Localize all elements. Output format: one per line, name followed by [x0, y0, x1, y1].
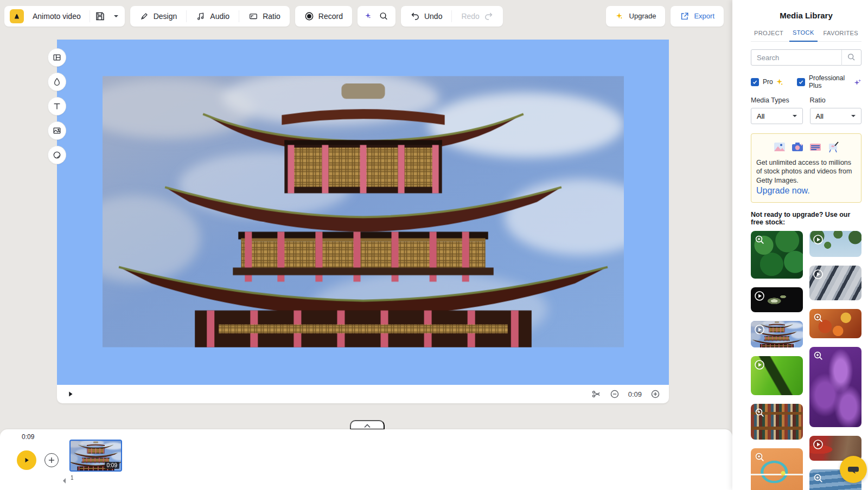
play-icon [23, 456, 30, 464]
stock-grid-column-left [751, 231, 803, 490]
photo-illustration-icon [773, 141, 786, 153]
image-icon [52, 126, 62, 136]
upsell-illustrations [756, 141, 856, 153]
media-types-value: All [757, 112, 764, 120]
play-icon [754, 359, 765, 370]
add-block-button[interactable] [44, 453, 59, 467]
tab-project[interactable]: PROJECT [751, 29, 787, 41]
ratio-dropdown[interactable]: All [810, 108, 862, 124]
save-options-dropdown[interactable] [110, 6, 125, 27]
export-group: Export [671, 6, 724, 27]
stock-thumb-autumn[interactable] [809, 309, 861, 338]
redo-button[interactable]: Redo [452, 6, 502, 27]
pro-sparkle-icon [776, 78, 784, 86]
animoto-logo-icon[interactable] [10, 9, 24, 23]
music-note-icon [196, 11, 206, 21]
text-tool-button[interactable] [48, 97, 66, 115]
play-icon [754, 324, 765, 335]
plus-icon [48, 457, 55, 463]
play-button[interactable] [66, 385, 75, 403]
scissors-icon [591, 389, 601, 399]
upgrade-now-link[interactable]: Upgrade now. [756, 186, 810, 196]
playback-controls: 0:09 [591, 389, 660, 399]
stock-thumb-jellyfish[interactable] [809, 347, 861, 427]
stock-thumb-tennis[interactable] [751, 448, 803, 490]
scroll-left-icon[interactable] [60, 478, 66, 483]
export-button[interactable]: Export [671, 6, 724, 27]
ratio-button[interactable]: Ratio [239, 6, 290, 27]
tab-stock[interactable]: STOCK [789, 29, 818, 42]
audio-label: Audio [210, 12, 229, 21]
project-group: Animoto video [4, 6, 125, 27]
tab-favorites[interactable]: FAVORITES [820, 29, 861, 41]
undo-icon [410, 11, 420, 21]
media-types-dropdown[interactable]: All [751, 108, 803, 124]
undo-button[interactable]: Undo [401, 6, 451, 27]
play-icon [813, 234, 824, 245]
pro-checkbox[interactable] [751, 78, 759, 86]
media-library-title: Media Library [751, 0, 861, 20]
timeline-total-duration: 0:09 [22, 433, 34, 441]
redo-icon [484, 11, 494, 21]
search-icon[interactable] [841, 50, 861, 66]
media-library-tabs: PROJECT STOCK FAVORITES [751, 29, 861, 42]
upsell-text: Get unlimited access to millions of stoc… [756, 158, 856, 185]
record-button[interactable]: Record [295, 6, 352, 27]
stock-thumb-pagoda[interactable] [751, 321, 803, 347]
stock-thumb-flower-dark[interactable] [751, 287, 803, 312]
sticker-icon [52, 150, 62, 160]
trim-button[interactable] [591, 389, 601, 399]
audio-button[interactable]: Audio [187, 6, 239, 27]
ratio-filter-label: Ratio [810, 96, 862, 104]
layout-tool-button[interactable] [48, 48, 66, 67]
license-filters: Pro Professional Plus [751, 74, 861, 89]
design-button[interactable]: Design [130, 6, 187, 27]
side-tool-rail [48, 48, 66, 164]
media-tool-button[interactable] [48, 121, 66, 140]
magic-search-group [358, 6, 395, 27]
video-canvas[interactable] [57, 40, 669, 385]
pagoda-video-frame[interactable] [103, 76, 624, 347]
play-icon [813, 439, 824, 450]
easel-illustration-icon [827, 141, 840, 153]
timeline-expand-handle[interactable] [350, 420, 385, 430]
zoom-out-button[interactable] [610, 389, 620, 399]
timeline-panel: 0:09 0:09 1 [0, 429, 732, 490]
droplet-icon [52, 77, 62, 87]
stock-thumb-bookshelf[interactable] [751, 404, 803, 440]
timeline-play-button[interactable] [17, 450, 36, 470]
filter-dropdowns: Media Types All Ratio All [751, 96, 861, 124]
zoom-icon [754, 452, 765, 462]
minus-circle-icon [610, 389, 620, 399]
chevron-down-icon [793, 115, 797, 119]
search-input[interactable] [751, 54, 841, 62]
chat-button[interactable] [840, 456, 867, 483]
export-label: Export [694, 12, 714, 20]
sparkle-icon [615, 11, 625, 21]
project-title[interactable]: Animoto video [24, 12, 90, 21]
stock-thumb-bridge[interactable] [809, 266, 861, 300]
toolbar-right: Upgrade Export [606, 6, 724, 27]
zoom-in-button[interactable] [650, 389, 660, 399]
stock-search [751, 49, 861, 66]
stock-grid-column-right [809, 231, 861, 490]
save-button[interactable] [90, 6, 110, 27]
export-icon [680, 11, 690, 21]
zoom-icon [813, 350, 824, 361]
upgrade-button[interactable]: Upgrade [606, 6, 666, 27]
undo-label: Undo [424, 12, 442, 21]
timeline-clip[interactable]: 0:09 [69, 440, 122, 472]
stickers-tool-button[interactable] [48, 146, 66, 164]
stock-thumb-leaf-macro[interactable] [751, 356, 803, 395]
check-icon [798, 79, 804, 85]
magic-search-button[interactable] [358, 6, 395, 27]
style-tool-button[interactable] [48, 73, 66, 91]
professional-plus-checkbox[interactable] [797, 78, 805, 86]
pro-label: Pro [763, 78, 773, 86]
layout-icon [52, 53, 62, 62]
stock-thumb-palms[interactable] [809, 231, 861, 257]
stock-thumb-basil[interactable] [751, 231, 803, 279]
search-icon [379, 11, 388, 21]
getty-upsell-banner: Get unlimited access to millions of stoc… [751, 133, 861, 203]
edit-group: Design Audio Ratio [130, 6, 290, 27]
